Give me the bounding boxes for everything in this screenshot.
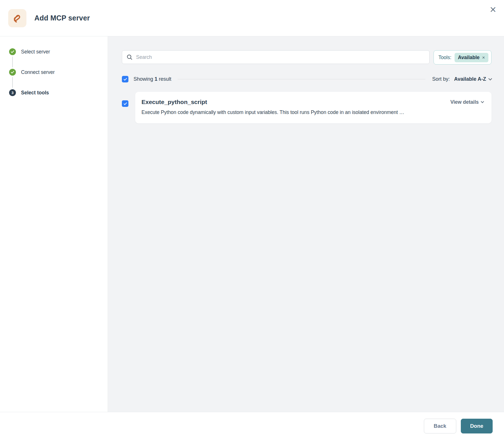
tool-checkbox[interactable] (122, 100, 128, 107)
sort-dropdown[interactable]: Sort by: Available A-Z (432, 76, 491, 82)
step-connector (12, 77, 13, 88)
view-details-button[interactable]: View details (450, 99, 484, 105)
step-connector (12, 57, 13, 67)
filter-pill-available[interactable]: Available × (455, 53, 488, 62)
sort-label: Sort by: (432, 76, 451, 82)
search-icon (127, 54, 132, 60)
tool-description: Execute Python code dynamically with cus… (141, 109, 484, 116)
results-bar: Showing 1 result Sort by: Available A-Z (122, 76, 491, 82)
step-label: Connect server (21, 69, 55, 75)
result-count: 1 (155, 76, 157, 82)
step-complete-icon (9, 69, 16, 76)
check-icon (123, 101, 127, 105)
filter-remove-icon[interactable]: × (482, 55, 485, 60)
dialog-footer: Back Done (0, 412, 504, 440)
filter-value: Available (458, 55, 480, 61)
toolbar: Tools: Available × (122, 50, 491, 65)
step-select-tools: 3 Select tools (9, 89, 108, 96)
back-button[interactable]: Back (424, 419, 456, 433)
done-button[interactable]: Done (461, 419, 493, 433)
check-icon (11, 49, 14, 53)
filter-label: Tools: (438, 55, 451, 61)
step-select-server: Select server (9, 48, 108, 55)
chevron-down-icon (488, 77, 492, 80)
check-icon (123, 77, 127, 80)
step-connect-server: Connect server (9, 69, 108, 76)
check-icon (11, 70, 14, 73)
close-icon[interactable]: × (490, 5, 497, 14)
scribble-logo-icon (12, 13, 23, 24)
mcp-server-logo (8, 9, 26, 27)
tools-panel: Tools: Available × Showing 1 result Sort… (108, 36, 504, 412)
divider (178, 79, 425, 79)
chevron-down-icon (481, 100, 484, 103)
results-summary: Showing 1 result (134, 76, 171, 82)
showing-text: Showing (134, 76, 155, 82)
dialog-header: Add MCP server × (0, 0, 504, 36)
stepper-sidebar: Select server Connect server 3 Select to… (0, 36, 108, 412)
select-all-checkbox[interactable] (122, 76, 128, 82)
result-text: result (157, 76, 171, 82)
search-input[interactable] (136, 54, 425, 60)
sort-value: Available A-Z (454, 76, 486, 82)
tool-row: Execute_python_script View details Execu… (122, 92, 491, 123)
page-title: Add MCP server (34, 14, 90, 22)
search-box[interactable] (122, 50, 430, 64)
step-number-icon: 3 (9, 89, 16, 96)
tools-filter-chip[interactable]: Tools: Available × (434, 50, 491, 65)
tool-card: Execute_python_script View details Execu… (135, 92, 491, 123)
view-details-label: View details (450, 99, 479, 105)
step-complete-icon (9, 48, 16, 55)
tool-card-header: Execute_python_script View details (141, 99, 484, 105)
step-label: Select server (21, 49, 50, 55)
step-label: Select tools (21, 90, 49, 96)
tool-name: Execute_python_script (141, 99, 207, 105)
